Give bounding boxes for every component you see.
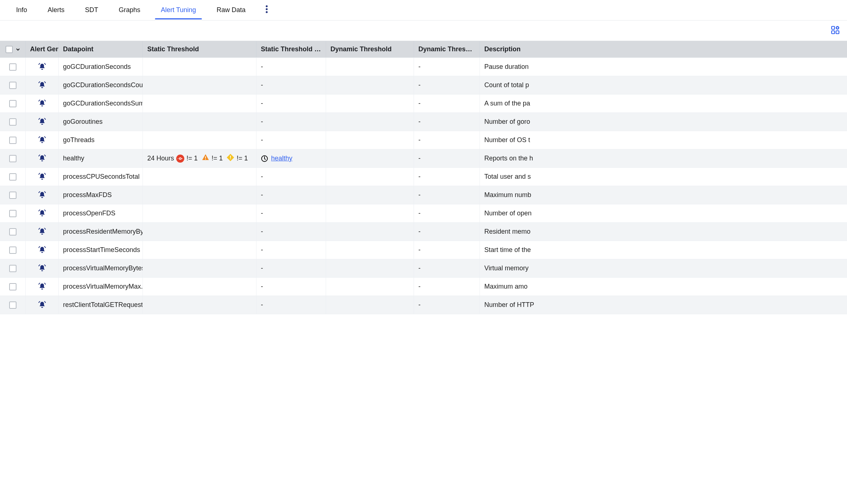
tab-info[interactable]: Info: [6, 1, 37, 19]
dynamic-set-at-cell: -: [414, 186, 480, 204]
alert-enabled-icon[interactable]: [26, 186, 59, 204]
dynamic-threshold-cell[interactable]: [326, 186, 414, 204]
static-threshold-cell[interactable]: [143, 186, 256, 204]
static-set-at-cell: -: [256, 76, 326, 94]
row-checkbox[interactable]: [9, 137, 16, 144]
static-threshold-cell[interactable]: [143, 204, 256, 222]
header-dynamic-threshold[interactable]: Dynamic Threshold: [326, 41, 414, 58]
alert-enabled-icon[interactable]: [26, 168, 59, 186]
datapoint-cell[interactable]: processMaxFDS: [59, 186, 143, 204]
description-cell: A sum of the pa: [480, 94, 553, 112]
row-checkbox[interactable]: [9, 210, 16, 217]
datapoint-cell[interactable]: restClientTotalGETRequests: [59, 296, 143, 314]
row-checkbox[interactable]: [9, 265, 16, 272]
header-static-set-at[interactable]: Static Threshold Set at: [256, 41, 326, 58]
datapoint-cell[interactable]: processResidentMemoryBy...: [59, 223, 143, 241]
row-checkbox[interactable]: [9, 228, 16, 236]
dynamic-threshold-cell[interactable]: [326, 131, 414, 149]
datapoint-cell[interactable]: processStartTimeSeconds: [59, 241, 143, 259]
static-threshold-cell[interactable]: [143, 223, 256, 241]
row-checkbox[interactable]: [9, 247, 16, 254]
datapoint-cell[interactable]: processOpenFDS: [59, 204, 143, 222]
alert-enabled-icon[interactable]: [26, 241, 59, 259]
static-threshold-cell[interactable]: 24 Hours!= 1!= 1!= 1: [143, 149, 256, 167]
select-all-checkbox[interactable]: [5, 46, 13, 53]
tab-raw-data[interactable]: Raw Data: [206, 1, 256, 19]
static-set-at-cell: healthy: [256, 149, 326, 167]
dynamic-threshold-cell[interactable]: [326, 76, 414, 94]
row-checkbox[interactable]: [9, 100, 16, 107]
row-checkbox[interactable]: [9, 173, 16, 181]
datapoint-cell[interactable]: goGCDurationSeconds: [59, 58, 143, 76]
alert-enabled-icon[interactable]: [26, 278, 59, 296]
header-datapoint[interactable]: Datapoint: [59, 41, 143, 58]
row-checkbox-cell: [0, 296, 26, 314]
set-at-link[interactable]: healthy: [271, 155, 292, 162]
header-alert-gen[interactable]: Alert Gen: [26, 41, 59, 58]
datapoint-cell[interactable]: healthy: [59, 149, 143, 167]
alert-enabled-icon[interactable]: [26, 259, 59, 277]
row-checkbox[interactable]: [9, 301, 16, 309]
tab-graphs[interactable]: Graphs: [108, 1, 151, 19]
alert-enabled-icon[interactable]: [26, 149, 59, 167]
static-threshold-cell[interactable]: [143, 168, 256, 186]
alert-tuning-table: Alert Gen Datapoint Static Threshold Sta…: [0, 41, 847, 314]
dynamic-threshold-cell[interactable]: [326, 149, 414, 167]
dynamic-set-at-cell: -: [414, 296, 480, 314]
row-checkbox[interactable]: [9, 283, 16, 290]
header-description[interactable]: Description: [480, 41, 553, 58]
static-threshold-cell[interactable]: [143, 278, 256, 296]
row-checkbox[interactable]: [9, 118, 16, 126]
datapoint-cell[interactable]: goThreads: [59, 131, 143, 149]
datapoint-cell[interactable]: processCPUSecondsTotal: [59, 168, 143, 186]
static-threshold-cell[interactable]: [143, 94, 256, 112]
dynamic-threshold-cell[interactable]: [326, 204, 414, 222]
dynamic-threshold-cell[interactable]: [326, 259, 414, 277]
datapoint-cell[interactable]: processVirtualMemoryMax...: [59, 278, 143, 296]
dynamic-threshold-cell[interactable]: [326, 241, 414, 259]
row-checkbox[interactable]: [9, 155, 16, 162]
dynamic-set-at-cell: -: [414, 168, 480, 186]
alert-enabled-icon[interactable]: [26, 296, 59, 314]
static-threshold-cell[interactable]: [143, 296, 256, 314]
dynamic-threshold-cell[interactable]: [326, 168, 414, 186]
static-threshold-cell[interactable]: [143, 259, 256, 277]
more-menu-icon[interactable]: [262, 2, 272, 18]
row-checkbox[interactable]: [9, 63, 16, 71]
header-static-threshold[interactable]: Static Threshold: [143, 41, 256, 58]
alert-enabled-icon[interactable]: [26, 113, 59, 131]
static-set-at-cell: -: [256, 296, 326, 314]
tab-sdt[interactable]: SDT: [75, 1, 108, 19]
alert-enabled-icon[interactable]: [26, 58, 59, 76]
alert-enabled-icon[interactable]: [26, 131, 59, 149]
column-settings-icon[interactable]: [829, 24, 842, 38]
dynamic-set-at-cell: -: [414, 278, 480, 296]
dynamic-threshold-cell[interactable]: [326, 58, 414, 76]
alert-enabled-icon[interactable]: [26, 223, 59, 241]
alert-enabled-icon[interactable]: [26, 204, 59, 222]
datapoint-cell[interactable]: goGCDurationSecondsSum: [59, 94, 143, 112]
static-threshold-cell[interactable]: [143, 131, 256, 149]
static-threshold-cell[interactable]: [143, 113, 256, 131]
tab-alerts[interactable]: Alerts: [37, 1, 75, 19]
table-row: healthy24 Hours!= 1!= 1!= 1healthy-Repor…: [0, 149, 847, 168]
dynamic-threshold-cell[interactable]: [326, 296, 414, 314]
row-checkbox[interactable]: [9, 82, 16, 89]
static-threshold-cell[interactable]: [143, 241, 256, 259]
header-dynamic-set-at[interactable]: Dynamic Threshold Set at: [414, 41, 480, 58]
row-checkbox[interactable]: [9, 192, 16, 199]
datapoint-cell[interactable]: goGCDurationSecondsCou...: [59, 76, 143, 94]
svg-rect-3: [832, 26, 835, 29]
dynamic-threshold-cell[interactable]: [326, 94, 414, 112]
static-threshold-cell[interactable]: [143, 76, 256, 94]
chevron-down-icon[interactable]: [16, 47, 20, 52]
alert-enabled-icon[interactable]: [26, 94, 59, 112]
datapoint-cell[interactable]: goGoroutines: [59, 113, 143, 131]
dynamic-threshold-cell[interactable]: [326, 278, 414, 296]
tab-alert-tuning[interactable]: Alert Tuning: [151, 1, 206, 19]
datapoint-cell[interactable]: processVirtualMemoryBytes: [59, 259, 143, 277]
alert-enabled-icon[interactable]: [26, 76, 59, 94]
dynamic-threshold-cell[interactable]: [326, 223, 414, 241]
dynamic-threshold-cell[interactable]: [326, 113, 414, 131]
static-threshold-cell[interactable]: [143, 58, 256, 76]
